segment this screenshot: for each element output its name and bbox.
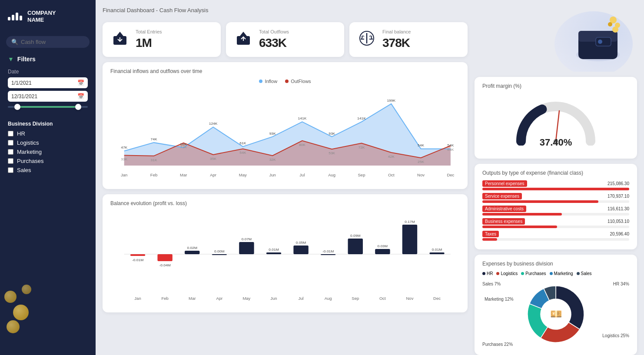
legend-inflow: Inflow	[259, 79, 277, 84]
svg-text:53K: 53K	[329, 151, 335, 155]
date-range-slider[interactable]	[8, 106, 88, 114]
pie-legend-item: Logistics	[496, 271, 518, 276]
division-sales-checkbox[interactable]	[8, 167, 13, 173]
svg-text:Apr: Apr	[210, 173, 216, 177]
svg-text:25K: 25K	[418, 160, 425, 164]
calendar-icon: 📅	[77, 93, 84, 100]
expense-bar-item: Taxes 20,596.40	[482, 231, 629, 241]
svg-point-87	[598, 40, 602, 44]
svg-text:-0.04M: -0.04M	[159, 263, 170, 267]
svg-text:54K: 54K	[239, 151, 246, 155]
expense-bar-item: Personnel expenses 215,086.30	[482, 180, 629, 190]
line-chart-title: Financial inflows and outflows over time	[110, 68, 460, 74]
pie-label-hr: HR 34%	[613, 282, 629, 286]
division-purchases[interactable]: Purchases	[8, 158, 88, 164]
division-logistics-checkbox[interactable]	[8, 140, 13, 146]
svg-rect-47	[130, 254, 145, 256]
kpi-row: Total Entries 1M Total Outflows 633K	[103, 22, 468, 57]
expense-name: Personnel expenses	[482, 180, 527, 187]
svg-text:42K: 42K	[388, 155, 395, 159]
coin-decoration	[7, 320, 20, 333]
svg-text:Jul: Jul	[299, 173, 305, 177]
svg-text:141K: 141K	[357, 116, 366, 120]
division-logistics[interactable]: Logistics	[8, 139, 88, 146]
expense-bar-item: Service expenses 170,937.10	[482, 193, 629, 203]
coin-decoration	[13, 305, 29, 320]
date-from-input[interactable]: 1/1/2021 📅	[8, 77, 88, 88]
svg-text:Feb: Feb	[150, 173, 157, 177]
right-panel: Profit margin (%) 37.40% Outputs by type…	[475, 0, 644, 355]
svg-text:Feb: Feb	[161, 296, 168, 301]
sidebar-header: COMPANY NAME	[0, 0, 96, 33]
expense-bars: Personnel expenses 215,086.30 Service ex…	[482, 180, 629, 241]
svg-text:0.01M: 0.01M	[269, 248, 279, 252]
svg-text:73K: 73K	[180, 145, 187, 149]
division-hr[interactable]: HR	[8, 130, 88, 137]
line-chart-svg-area: 47K74K58K124K61K93K141K93K141K199K54K54K…	[110, 87, 460, 183]
wallet-illustration	[475, 7, 637, 72]
svg-text:64K: 64K	[447, 148, 454, 152]
svg-rect-68	[321, 254, 335, 255]
svg-text:74K: 74K	[151, 137, 158, 141]
expense-bar-item: Business expenses 110,053.10	[482, 218, 629, 228]
svg-text:Sep: Sep	[352, 296, 359, 301]
search-icon: 🔍	[11, 39, 18, 45]
calendar-icon: 📅	[77, 80, 84, 86]
svg-text:Sep: Sep	[358, 173, 365, 177]
expense-types-title: Outputs by type of expense (financial cl…	[482, 170, 629, 176]
svg-text:0.07M: 0.07M	[242, 237, 252, 241]
dashboard-area: Financial Dashboard - Cash Flow Analysis…	[96, 0, 475, 355]
svg-rect-71	[348, 239, 363, 254]
coin-decoration	[22, 285, 31, 294]
svg-text:54K: 54K	[447, 144, 454, 148]
pie-label-purchases: Purchases 22%	[482, 342, 513, 347]
svg-text:72K: 72K	[358, 146, 365, 149]
profit-margin-value: 37.40%	[540, 137, 572, 148]
inflow-outflow-chart: Financial inflows and outflows over time…	[103, 62, 468, 189]
svg-rect-62	[266, 252, 281, 254]
filters-title: ▼ Filters	[8, 56, 88, 63]
search-input[interactable]	[21, 39, 84, 45]
date-to-input[interactable]: 12/31/2021 📅	[8, 91, 88, 102]
expense-bar-item: Administrative costs 116,611.30	[482, 206, 629, 216]
filters-panel: ▼ Filters Date 1/1/2021 📅 12/31/2021 📅	[0, 56, 96, 179]
svg-rect-59	[239, 242, 254, 254]
logo-icon	[8, 13, 22, 20]
svg-text:Aug: Aug	[328, 173, 335, 177]
dashboard-title: Financial Dashboard - Cash Flow Analysis	[103, 7, 468, 13]
division-sales[interactable]: Sales	[8, 167, 88, 173]
kpi-final-balance: Final balance 378K	[349, 22, 468, 57]
svg-text:Aug: Aug	[325, 296, 332, 301]
svg-text:Jun: Jun	[269, 173, 276, 177]
svg-text:0.17M: 0.17M	[405, 220, 415, 224]
filter-icon: ▼	[8, 56, 14, 63]
profit-margin-title: Profit margin (%)	[482, 83, 629, 89]
svg-rect-74	[375, 249, 390, 254]
svg-text:61K: 61K	[239, 142, 246, 146]
kpi-outflows-value: 633K	[259, 36, 289, 50]
pie-label-marketing: Marketing 12%	[485, 297, 514, 302]
division-marketing[interactable]: Marketing	[8, 149, 88, 155]
expense-name: Administrative costs	[482, 206, 526, 212]
expense-name: Service expenses	[482, 193, 522, 199]
pie-center-icon: 💴	[550, 309, 562, 320]
pie-legend-item: HR	[482, 271, 493, 276]
svg-text:Oct: Oct	[379, 296, 386, 301]
kpi-outflows-label: Total Outflows	[259, 29, 289, 34]
search-bar[interactable]: 🔍	[6, 36, 90, 48]
division-hr-checkbox[interactable]	[8, 131, 13, 136]
svg-text:0.09M: 0.09M	[350, 234, 361, 238]
bar-chart-title: Balance evolution (profit vs. loss)	[110, 200, 460, 206]
expense-amount: 110,053.10	[607, 219, 629, 224]
svg-text:Dec: Dec	[447, 173, 454, 177]
division-marketing-checkbox[interactable]	[8, 149, 13, 155]
svg-rect-56	[212, 254, 227, 255]
svg-text:124K: 124K	[209, 122, 218, 126]
division-purchases-checkbox[interactable]	[8, 158, 13, 164]
svg-text:93K: 93K	[269, 132, 276, 136]
kpi-entries-value: 1M	[136, 36, 162, 50]
profit-margin-card: Profit margin (%) 37.40%	[475, 77, 637, 159]
svg-text:33K: 33K	[121, 158, 128, 162]
svg-rect-65	[293, 246, 308, 254]
main-content: Financial Dashboard - Cash Flow Analysis…	[96, 0, 644, 355]
